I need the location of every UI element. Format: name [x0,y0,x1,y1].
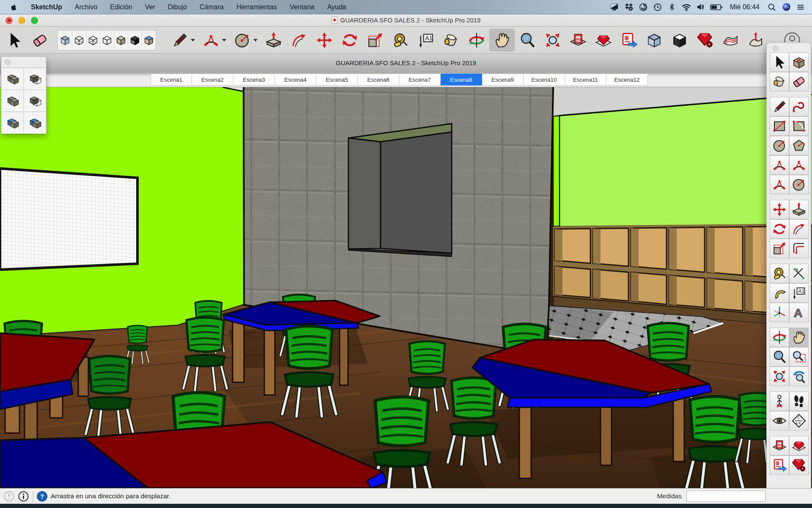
rtool-paint-bucket[interactable] [770,72,789,91]
solid-split-button[interactable] [24,112,46,134]
rtool-tape-measure[interactable] [770,264,789,283]
rtool-sandbox[interactable] [789,436,809,456]
spotlight-icon[interactable] [765,2,779,12]
rtool-circle[interactable] [770,136,789,155]
tool-paint-bucket[interactable] [439,29,464,52]
tool-section-box[interactable] [642,29,667,52]
tool-orbit[interactable] [464,29,489,52]
rtool-ruby-extensions[interactable] [789,456,809,475]
rtool-2point-arc[interactable] [789,155,809,175]
tab-escena10[interactable]: Escena10 [524,74,565,86]
rtool-zoom-window[interactable] [789,347,809,367]
wifi-icon[interactable] [679,2,694,12]
solid-trim-button[interactable] [1,112,24,134]
siri-icon[interactable] [779,2,793,12]
notification-center-icon[interactable] [793,2,808,12]
rtool-arc[interactable] [770,155,789,175]
tool-ruby-gear[interactable] [692,29,718,52]
tool-zoom-extents[interactable] [540,29,565,52]
style-back-edges[interactable] [72,30,86,50]
tab-escena3[interactable]: Escena3 [233,74,275,86]
style-xray[interactable] [58,30,72,50]
tool-send-to-layout[interactable] [616,29,642,52]
solid-subtract-button[interactable] [24,90,46,112]
rtool-previous-view[interactable] [789,367,809,386]
tool-rotate[interactable] [337,29,362,52]
help-icon[interactable]: ? [37,491,47,502]
menu-edicion[interactable]: Edición [104,3,138,11]
rtool-dimension[interactable] [789,264,809,283]
palette-close-button[interactable] [5,59,11,65]
rtool-walk[interactable] [789,392,809,411]
style-textured[interactable] [142,30,156,50]
measurements-input[interactable] [686,491,765,502]
rtool-select[interactable] [770,52,789,72]
tab-escena11[interactable]: Escena11 [565,74,606,86]
tool-line[interactable] [167,29,192,52]
rtool-look-around[interactable] [770,411,789,431]
tool-sandbox[interactable] [718,29,743,52]
solid-union-button[interactable] [1,90,24,112]
rtool-section-plane[interactable] [789,411,809,431]
time-machine-icon[interactable] [650,2,665,12]
tab-escena6[interactable]: Escena6 [358,74,399,86]
rtool-polygon[interactable] [789,136,809,155]
menu-app[interactable]: SketchUp [25,3,69,11]
tab-escena7[interactable]: Escena7 [399,74,441,86]
menu-ayuda[interactable]: Ayuda [321,3,353,11]
rtool-pan[interactable] [789,328,809,347]
rtool-send-to-layout[interactable] [770,456,789,475]
opera-icon[interactable] [636,2,650,12]
rtool-eraser[interactable] [789,72,809,91]
tab-escena1[interactable]: Escena1 [151,74,192,86]
tab-escena2[interactable]: Escena2 [192,74,233,86]
style-wireframe[interactable] [86,30,100,50]
solid-outer-shell-button[interactable] [1,68,24,90]
line-dropdown-caret[interactable] [191,39,195,41]
menu-dibujo[interactable]: Dibujo [162,3,193,11]
rtool-freehand[interactable] [789,97,809,116]
tool-push-pull[interactable] [261,29,286,52]
rtool-position-camera[interactable] [770,392,789,411]
dropbox-icon[interactable] [622,2,636,12]
rtool-protractor[interactable] [770,283,789,303]
bluetooth-icon[interactable] [665,2,679,12]
tool-circle[interactable] [230,29,255,52]
rtool-3point-arc[interactable] [770,175,789,194]
geolocation-icon[interactable] [4,491,14,502]
tool-select[interactable] [2,29,27,52]
tool-text[interactable] [413,29,439,52]
rtool-zoom-extents[interactable] [770,367,789,386]
menu-ver[interactable]: Ver [139,3,162,11]
tab-escena4[interactable]: Escena4 [275,74,316,86]
viewport-3d-scene[interactable] [0,87,812,488]
tool-scale[interactable] [362,29,388,52]
rtool-3d-text[interactable] [789,303,809,322]
style-hidden-line[interactable] [100,30,114,50]
arc-dropdown-caret[interactable] [222,39,226,41]
style-shaded[interactable] [114,30,128,50]
tab-escena8[interactable]: Escena8 [441,74,482,86]
rtool-rotated-rectangle[interactable] [789,116,809,136]
rtool-push-pull[interactable] [789,200,809,219]
rpalette-close-button[interactable] [773,45,779,51]
menu-ventana[interactable]: Ventana [283,3,321,11]
tool-eraser[interactable] [27,29,52,52]
rtool-text[interactable] [789,283,809,303]
rtool-axes[interactable] [770,303,789,322]
tool-move[interactable] [312,29,337,52]
menu-archivo[interactable]: Archivo [69,3,104,11]
rtool-offset[interactable] [789,239,809,258]
menu-camara[interactable]: Cámara [193,3,230,11]
rtool-make-component[interactable] [789,52,809,72]
tool-model-import[interactable] [565,29,591,52]
menu-herramientas[interactable]: Herramientas [230,3,283,11]
tool-toposhape[interactable] [743,29,768,52]
rtool-rectangle[interactable] [770,116,789,136]
tool-component-gem[interactable] [591,29,616,52]
rtool-line[interactable] [770,97,789,116]
tab-escena12[interactable]: Escena12 [606,74,648,86]
rtool-follow-me[interactable] [789,219,809,239]
tool-follow-me[interactable] [286,29,312,52]
tab-escena5[interactable]: Escena5 [316,74,358,86]
